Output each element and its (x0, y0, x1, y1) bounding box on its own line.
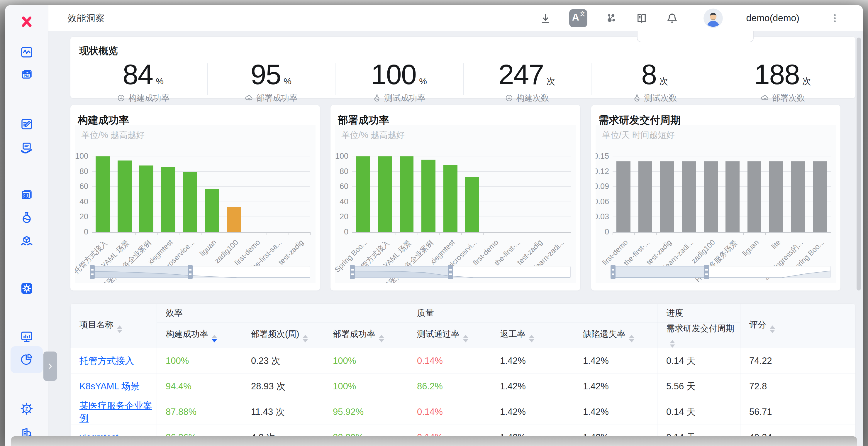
bar-liguan (747, 161, 762, 232)
sort-carets[interactable] (463, 335, 468, 343)
y-tick-label: 60 (340, 182, 348, 191)
sidebar-item-insight-pie[interactable] (10, 346, 43, 373)
y-tick-label: 0.06 (596, 197, 609, 206)
project-link[interactable]: 某医疗服务企业案例 (71, 399, 157, 425)
datazoom-handle-right[interactable] (704, 265, 709, 279)
overview-stats: 84%构建成功率95%部署成功率100%测试成功率247次构建次数8次测试次数1… (79, 59, 846, 103)
sidebar: PMZ (5, 5, 49, 446)
metric-cell: 5.56 天 (657, 374, 740, 399)
metric-cell: 100% (157, 348, 242, 374)
col-header-需求研发交付周期[interactable]: 需求研发交付周期 (657, 323, 740, 348)
chart-card-deploy-success: 部署成功率单位/% 越高越好020406080100Spring Boo...托… (331, 105, 580, 291)
user-avatar[interactable] (704, 8, 723, 28)
scrollbar-thumb[interactable] (857, 37, 861, 291)
stat-unit: 次 (659, 76, 668, 86)
bar-xiegmtest (161, 167, 175, 232)
datazoom-handle-left[interactable] (350, 265, 355, 279)
bar-Spring Boo... (356, 156, 370, 232)
metric-cell: 1.42% (574, 374, 657, 399)
main-content: 现状概览 84%构建成功率95%部署成功率100%测试成功率247次构建次数8次… (49, 31, 863, 446)
bar-xiegmtest (443, 165, 458, 232)
pages-grid-icon (20, 187, 34, 203)
datazoom-slider[interactable] (352, 266, 571, 278)
axis-tick (267, 232, 267, 235)
datazoom-handle-right[interactable] (448, 265, 453, 279)
kebab-menu-icon[interactable] (828, 11, 842, 25)
stat-label: 构建成功率 (128, 92, 169, 103)
y-tick-label: 100 (75, 152, 88, 161)
datazoom-slider[interactable] (613, 266, 831, 278)
sidebar-item-data-view[interactable] (13, 326, 40, 349)
col-header-score[interactable]: 评分 (740, 304, 856, 348)
chart-card-delivery-cycle: 需求研发交付周期单位/天 时间越短好00.030.060.090.120.15f… (591, 105, 840, 291)
project-metrics-table: 项目名称效率质量进度评分构建成功率部署频次(周)部署成功率测试通过率返工率缺陷遗… (70, 304, 856, 446)
axis-tick (92, 232, 92, 235)
stat-测试次数: 8次测试次数 (591, 59, 719, 103)
docs-icon[interactable] (635, 11, 648, 25)
stat-unit: % (419, 76, 427, 86)
col-header-部署成功率[interactable]: 部署成功率 (324, 323, 408, 348)
col-header-返工率[interactable]: 返工率 (491, 323, 574, 348)
project-link[interactable]: 托管方式接入 (71, 348, 157, 374)
datazoom-selection[interactable] (613, 266, 706, 278)
sort-carets[interactable] (303, 335, 308, 343)
sort-carets[interactable] (770, 325, 775, 333)
bar-test-zadig (660, 161, 674, 232)
datazoom-selection[interactable] (352, 266, 451, 278)
y-tick-label: 20 (340, 212, 348, 221)
datazoom-handle-left[interactable] (611, 265, 616, 279)
axis-tick (461, 232, 462, 235)
chart-subtitle: 单位/% 越高越好 (81, 129, 145, 141)
notification-icon[interactable] (665, 11, 679, 25)
sidebar-item-release-plan[interactable] (13, 113, 40, 137)
metric-cell: 1.42% (491, 374, 574, 399)
axis-tick (809, 232, 809, 235)
sidebar-item-project-management[interactable]: PM (13, 63, 40, 87)
download-icon[interactable] (539, 11, 552, 25)
y-tick-label: 0.12 (596, 167, 609, 176)
axis-tick (656, 232, 657, 235)
user-name[interactable]: demo(demo) (746, 12, 799, 24)
col-header-project[interactable]: 项目名称 (71, 304, 157, 348)
col-header-缺陷遗失率[interactable]: 缺陷遗失率 (574, 323, 657, 348)
sidebar-item-test-center[interactable] (13, 206, 40, 230)
sort-carets[interactable] (117, 325, 122, 333)
sidebar-item-artifact-delivery[interactable] (13, 230, 40, 254)
datazoom-selection[interactable] (92, 266, 190, 278)
stat-label: 测试次数 (644, 92, 677, 103)
sort-carets[interactable] (670, 340, 675, 348)
axis-tick (245, 232, 245, 235)
collapsed-filter-panel[interactable] (637, 31, 754, 42)
axis-tick (223, 232, 223, 235)
metric-cell: 11.43 次 (242, 399, 324, 425)
app-window: PMZ 效能洞察 A 文 (5, 5, 863, 446)
datazoom-handle-right[interactable] (188, 265, 193, 279)
datazoom-slider[interactable] (92, 266, 310, 278)
sidebar-item-resource-tree[interactable] (13, 254, 40, 277)
integrations-icon[interactable] (604, 11, 618, 25)
sidebar-item-system-config[interactable] (13, 277, 40, 301)
col-header-构建成功率[interactable]: 构建成功率 (157, 323, 242, 348)
sidebar-item-dashboard-pages[interactable] (13, 183, 40, 207)
sidebar-item-delivery-doc[interactable] (13, 137, 40, 160)
col-header-测试通过率[interactable]: 测试通过率 (408, 323, 491, 348)
y-tick-label: 20 (80, 212, 88, 221)
sort-carets[interactable] (629, 335, 634, 343)
sidebar-item-performance-monitor[interactable] (13, 41, 40, 64)
sort-carets[interactable] (379, 335, 384, 343)
sort-carets[interactable] (212, 335, 217, 343)
flask-icon (20, 210, 34, 226)
col-header-部署频次(周)[interactable]: 部署频次(周) (242, 323, 324, 348)
sort-carets[interactable] (529, 335, 534, 343)
axis-tick (483, 232, 484, 235)
sidebar-item-zadig-settings[interactable]: Z (13, 397, 40, 421)
datazoom-handle-left[interactable] (90, 265, 95, 279)
build-icon (117, 94, 125, 102)
stat-value: 8 (641, 59, 656, 90)
metric-cell: 95.92% (324, 399, 408, 425)
deploy-icon (245, 94, 253, 102)
translate-icon[interactable]: A 文 (569, 9, 587, 27)
sidebar-expander-button[interactable] (43, 352, 57, 381)
project-link[interactable]: K8sYAML 场景 (71, 374, 157, 399)
y-tick-label: 0.03 (596, 212, 609, 221)
